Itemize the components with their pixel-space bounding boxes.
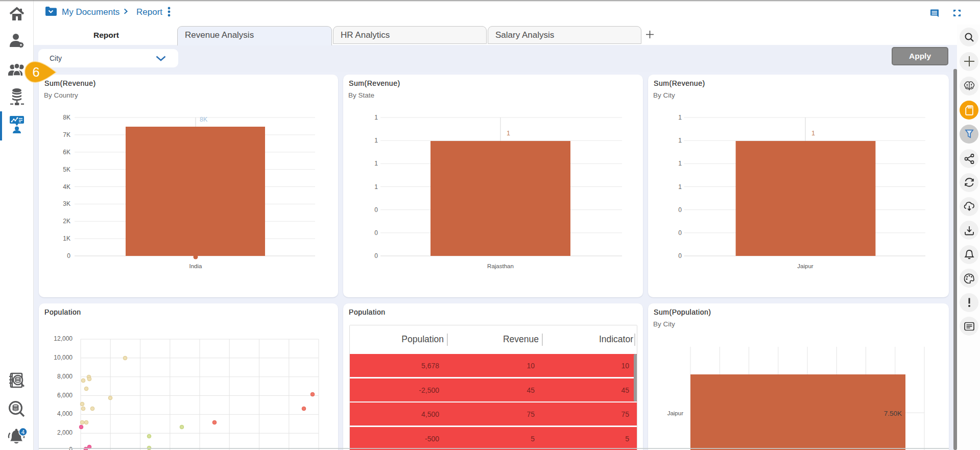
- svg-text:0: 0: [678, 229, 682, 236]
- svg-text:4K: 4K: [63, 183, 70, 191]
- svg-text:8,000: 8,000: [57, 373, 73, 380]
- svg-text:6: 6: [32, 65, 39, 79]
- svg-text:2,000: 2,000: [57, 429, 73, 436]
- svg-text:3K: 3K: [63, 200, 70, 207]
- svg-text:0: 0: [374, 206, 378, 214]
- svg-text:0: 0: [374, 229, 378, 236]
- svg-text:India: India: [189, 263, 203, 269]
- svg-text:1: 1: [678, 160, 682, 167]
- svg-text:6K: 6K: [63, 149, 70, 156]
- svg-text:8K: 8K: [200, 116, 208, 123]
- svg-text:1: 1: [678, 183, 682, 191]
- svg-text:7K: 7K: [63, 131, 70, 138]
- svg-text:1: 1: [374, 114, 378, 121]
- svg-text:12,000: 12,000: [54, 335, 73, 342]
- svg-text:5K: 5K: [63, 166, 70, 173]
- svg-text:Jaipur: Jaipur: [797, 263, 813, 269]
- svg-text:2K: 2K: [63, 218, 70, 225]
- svg-text:1: 1: [374, 183, 378, 191]
- svg-text:4: 4: [21, 429, 25, 435]
- svg-text:Jaipur: Jaipur: [667, 410, 683, 416]
- svg-text:1: 1: [374, 160, 378, 167]
- svg-text:Rajasthan: Rajasthan: [487, 263, 514, 269]
- svg-text:7.50K: 7.50K: [884, 410, 902, 417]
- svg-text:0: 0: [678, 206, 682, 214]
- svg-text:1: 1: [678, 114, 682, 121]
- svg-text:1K: 1K: [63, 235, 70, 242]
- svg-text:1: 1: [374, 137, 378, 144]
- svg-text:1: 1: [507, 130, 510, 137]
- svg-text:8K: 8K: [63, 114, 70, 121]
- svg-text:0: 0: [374, 252, 378, 259]
- svg-text:6,000: 6,000: [57, 392, 73, 399]
- svg-text:10,000: 10,000: [54, 354, 73, 361]
- svg-text:1: 1: [811, 130, 815, 137]
- svg-text:4,000: 4,000: [57, 410, 73, 417]
- svg-text:1: 1: [678, 137, 682, 144]
- svg-text:0: 0: [678, 252, 682, 259]
- svg-text:0: 0: [67, 252, 70, 259]
